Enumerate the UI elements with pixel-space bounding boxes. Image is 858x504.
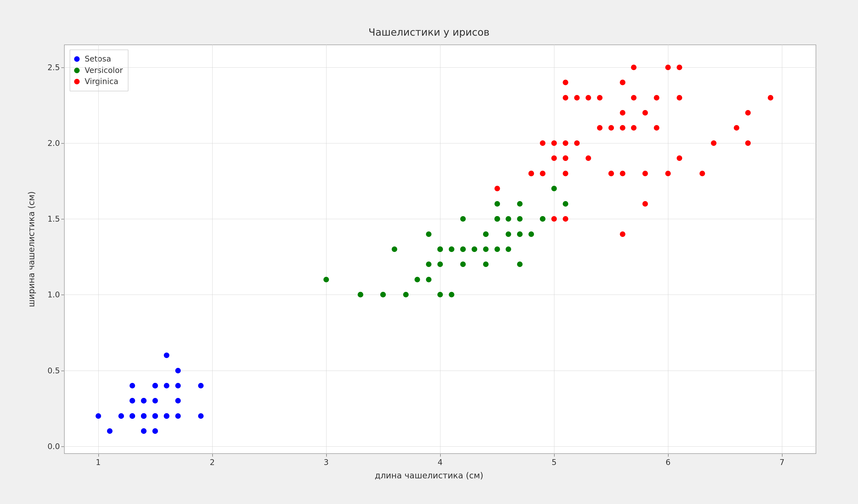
- data-point: [597, 95, 603, 100]
- data-point: [642, 110, 648, 116]
- data-point: [528, 171, 534, 176]
- data-point: [164, 383, 169, 388]
- y-tick-label: 1.0: [45, 290, 60, 299]
- data-point: [449, 246, 454, 252]
- tick-mark: [440, 454, 441, 457]
- data-point: [153, 398, 158, 404]
- gridline: [326, 45, 327, 454]
- data-point: [642, 171, 648, 176]
- y-tick-label: 1.5: [45, 214, 60, 224]
- data-point: [551, 216, 557, 222]
- data-point: [323, 277, 329, 282]
- data-point: [198, 413, 204, 419]
- data-point: [711, 140, 716, 146]
- data-point: [96, 413, 101, 419]
- data-point: [734, 125, 739, 131]
- legend-marker-icon: [74, 56, 80, 62]
- data-point: [631, 95, 637, 100]
- tick-mark: [61, 143, 64, 144]
- data-point: [175, 383, 181, 388]
- data-point: [620, 80, 625, 85]
- y-tick-label: 2.0: [45, 139, 60, 148]
- data-point: [506, 231, 511, 237]
- data-point: [517, 231, 523, 237]
- data-point: [620, 110, 625, 116]
- data-point: [426, 277, 431, 282]
- tick-mark: [554, 454, 555, 457]
- data-point: [164, 413, 169, 419]
- data-point: [563, 95, 568, 100]
- data-point: [620, 171, 625, 176]
- data-point: [665, 65, 671, 70]
- data-point: [426, 261, 431, 267]
- tick-mark: [61, 219, 64, 220]
- data-point: [551, 140, 557, 146]
- data-point: [654, 125, 660, 131]
- gridline: [668, 45, 668, 454]
- legend: SetosaVersicolorVirginica: [70, 50, 128, 91]
- gridline: [554, 45, 554, 454]
- chart-title: Чашелистики у ирисов: [0, 27, 858, 38]
- data-point: [517, 261, 523, 267]
- tick-mark: [98, 454, 99, 457]
- data-point: [129, 383, 135, 388]
- data-point: [358, 292, 363, 297]
- data-point: [494, 246, 500, 252]
- data-point: [608, 125, 614, 131]
- data-point: [153, 413, 158, 419]
- data-point: [574, 140, 580, 146]
- x-axis-label: длина чашелистика (см): [0, 471, 858, 480]
- data-point: [494, 216, 500, 222]
- data-point: [620, 231, 625, 237]
- legend-label: Setosa: [85, 53, 111, 65]
- legend-marker-icon: [74, 68, 80, 73]
- data-point: [164, 353, 169, 358]
- data-point: [586, 95, 591, 100]
- data-point: [118, 413, 124, 419]
- data-point: [175, 368, 181, 373]
- y-tick-label: 2.5: [45, 63, 60, 72]
- tick-mark: [61, 446, 64, 447]
- data-point: [129, 413, 135, 419]
- y-tick-label: 0.5: [45, 366, 60, 375]
- data-point: [449, 292, 454, 297]
- data-point: [153, 383, 158, 388]
- tick-mark: [212, 454, 213, 457]
- data-point: [677, 156, 682, 161]
- tick-mark: [61, 295, 64, 295]
- data-point: [654, 95, 660, 100]
- data-point: [380, 292, 386, 297]
- tick-mark: [782, 454, 782, 457]
- x-tick-label: 6: [666, 458, 670, 467]
- tick-mark: [668, 454, 669, 457]
- data-point: [745, 140, 751, 146]
- data-point: [574, 95, 580, 100]
- data-point: [563, 80, 568, 85]
- data-point: [528, 231, 534, 237]
- data-point: [677, 65, 682, 70]
- tick-mark: [61, 371, 64, 371]
- data-point: [483, 231, 489, 237]
- tick-mark: [61, 67, 64, 68]
- data-point: [494, 186, 500, 191]
- data-point: [403, 292, 409, 297]
- data-point: [129, 398, 135, 404]
- figure: Чашелистики у ирисов длина чашелистика (…: [0, 0, 858, 504]
- data-point: [438, 261, 443, 267]
- legend-label: Virginica: [85, 76, 118, 87]
- data-point: [540, 216, 545, 222]
- data-point: [677, 95, 682, 100]
- data-point: [563, 156, 568, 161]
- data-point: [563, 216, 568, 222]
- gridline: [212, 45, 212, 454]
- x-tick-label: 3: [324, 458, 329, 467]
- tick-mark: [326, 454, 327, 457]
- gridline: [64, 67, 816, 68]
- y-axis-label: ширина чашелистика (см): [27, 191, 36, 307]
- data-point: [483, 246, 489, 252]
- data-point: [563, 201, 568, 207]
- data-point: [175, 398, 181, 404]
- data-point: [540, 140, 545, 146]
- data-point: [506, 216, 511, 222]
- data-point: [494, 201, 500, 207]
